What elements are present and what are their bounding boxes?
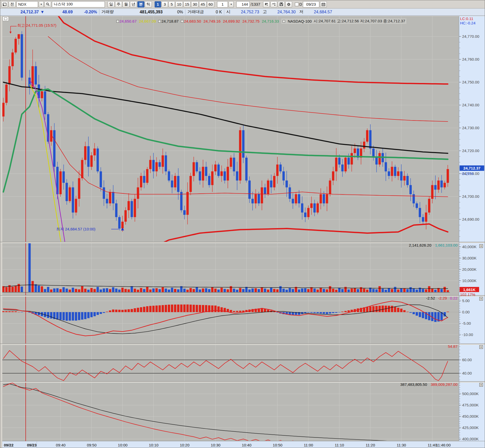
time-label: 09/22 — [4, 443, 14, 447]
period-button-1[interactable]: 주 — [115, 1, 122, 7]
interval-button-5[interactable]: 30 — [191, 1, 199, 7]
gear-icon[interactable] — [285, 1, 292, 7]
legend-toggle-icon[interactable] — [181, 20, 183, 23]
chart-corner-button[interactable] — [3, 16, 9, 21]
search-icon[interactable] — [44, 1, 51, 7]
chart-canvas[interactable]: 24,770.0024,760.0024,750.0024,740.0024,7… — [0, 0, 485, 448]
period-button-2[interactable]: 월 — [123, 1, 129, 7]
stoch-pane-close-icon[interactable]: × — [479, 345, 483, 349]
interval-button-7[interactable]: 60 — [207, 1, 214, 7]
interval-select[interactable]: 1 — [217, 1, 228, 7]
legend-toggle-icon[interactable] — [158, 20, 161, 23]
lc-value: LC:0.11 — [460, 16, 473, 21]
time-label: 10:50 — [273, 443, 283, 447]
amount-black-value: 387,483,805.50 — [400, 382, 427, 387]
interval-button-group: 1351015304560 — [155, 1, 214, 7]
current-volume-pct: 102.17% — [460, 292, 475, 297]
low-value: 24,684.57 — [303, 10, 332, 14]
legend-band-high: 24,749.16 — [203, 19, 221, 23]
high-label: 고 — [263, 9, 267, 15]
daily-checkbox[interactable] — [295, 3, 299, 6]
chart-toolbar: 전 NDX ▼ 나스닥 100 일주월년분틱 1351015304560 1 ▼… — [0, 0, 485, 8]
macd-pane-header: -2.52 -2.29 0.22 — [0, 296, 458, 300]
quote-info-bar: 24,712.37 ▼ 48.69 -0.20% 거래량 481,455,393… — [0, 8, 485, 16]
legend-band-high2: 24,732.75 — [242, 19, 259, 23]
legend-band-mid: 24,699.92 — [223, 19, 240, 23]
low-label: 저 — [299, 9, 303, 15]
time-label: 10:30 — [211, 443, 221, 447]
period-button-4[interactable]: 분 — [137, 1, 144, 7]
legend-ma-green: 24,716.33 — [262, 19, 279, 23]
last-price: 24,712.37 — [0, 10, 39, 14]
calendar-icon[interactable] — [320, 1, 327, 7]
time-label: 09/23 — [27, 443, 37, 447]
time-label: 11:40 — [428, 443, 437, 447]
volume-header-value: 2,141,626.20 — [409, 243, 432, 247]
time-label: 10:20 — [180, 443, 190, 447]
interval-button-3[interactable]: 10 — [175, 1, 183, 7]
axis-tick-label: 24,700.00 — [462, 194, 479, 199]
panel-toggle-icon[interactable] — [1, 1, 8, 7]
candle-chart-icon[interactable] — [263, 1, 270, 7]
legend-toggle-icon[interactable] — [116, 20, 119, 23]
legend-toggle-icon[interactable] — [283, 20, 285, 23]
session-high-annotation: 최고 24,771.05 (15:57) — [17, 23, 57, 28]
date-field[interactable]: 09/23 — [303, 1, 319, 7]
interval-button-1[interactable]: 3 — [162, 1, 168, 7]
period-button-5[interactable]: 틱 — [145, 1, 152, 7]
axis-tick-label: 425,000K — [462, 425, 479, 430]
interval-button-0[interactable]: 1 — [155, 1, 161, 7]
stoch-pane-header: 54.87 — [0, 344, 458, 349]
symbol-name-field[interactable]: 나스닥 100 — [52, 1, 105, 7]
indicator-legend: 24,650.67 24,667.09 24,718.87 24,683.50 … — [116, 18, 406, 24]
save-icon[interactable] — [278, 1, 285, 7]
axis-tick-label: 24,740.00 — [462, 103, 479, 107]
period-button-0[interactable]: 일 — [108, 1, 115, 7]
axis-tick-label: 0.00 — [462, 310, 470, 314]
macd-signal-value: -2.52 — [426, 296, 435, 300]
time-label: 10:00 — [118, 443, 128, 447]
axis-tick-label: 24,730.00 — [462, 126, 479, 130]
axis-tick-label: 24,760.00 — [462, 57, 479, 61]
time-label: 11:10 — [335, 443, 344, 447]
interval-button-2[interactable]: 5 — [169, 1, 175, 7]
bar-count-field[interactable]: 144 — [236, 1, 250, 7]
price-change: 48.69 — [44, 10, 73, 14]
axis-tick-label: 10,000K — [462, 278, 477, 283]
line-chart-icon[interactable] — [271, 1, 277, 7]
amount-pane-close-icon[interactable]: × — [479, 383, 483, 387]
down-arrow-icon: ▼ — [40, 10, 44, 14]
current-volume-tag: 1,661K — [460, 287, 479, 292]
hc-value: HC:-0.24 — [460, 21, 475, 25]
time-label: 09:50 — [87, 443, 97, 447]
volume-pane-close-icon[interactable]: × — [479, 244, 483, 248]
axis-tick-label: 475,000K — [462, 403, 479, 407]
macd-pane-close-icon[interactable]: × — [479, 297, 483, 301]
time-label: 11:46:00 — [436, 443, 451, 447]
axis-tick-label: 500,000K — [462, 391, 479, 396]
period-button-3[interactable]: 년 — [130, 1, 137, 7]
open-value: 24,752.73 — [230, 10, 259, 14]
volume-value: 481,455,393 — [114, 10, 163, 14]
time-label: 10:40 — [242, 443, 251, 447]
interval-button-4[interactable]: 15 — [183, 1, 191, 7]
symbol-input[interactable]: NDX — [16, 1, 38, 7]
legend-ma-purple: 24,650.67 — [119, 19, 137, 23]
current-price-tag: 24,712.37 — [460, 165, 484, 171]
macd-hist-value: 0.22 — [450, 296, 458, 300]
interval-dropdown-button[interactable]: ▼ — [229, 1, 234, 7]
axis-tick-label: 24,750.00 — [462, 80, 479, 84]
legend-symbol-title: NASDAQ-100 — [288, 19, 312, 23]
prev-symbol-button[interactable]: 전 — [9, 1, 16, 7]
interval-button-6[interactable]: 45 — [199, 1, 207, 7]
amount-value: 0 K — [204, 10, 222, 14]
macd-line-value: -2.29 — [438, 296, 447, 300]
volume-label: 거래량 — [101, 9, 114, 15]
current-price-pct: -0.20% — [461, 171, 473, 176]
volume-pct: 0% — [163, 10, 183, 14]
axis-tick-label: 40,000K — [462, 245, 477, 249]
time-label: 11:00 — [304, 443, 313, 447]
symbol-dropdown-button[interactable]: ▼ — [39, 1, 44, 7]
amount-red-value: 389,009,287.00 — [431, 382, 458, 387]
period-button-group: 일주월년분틱 — [108, 1, 152, 7]
